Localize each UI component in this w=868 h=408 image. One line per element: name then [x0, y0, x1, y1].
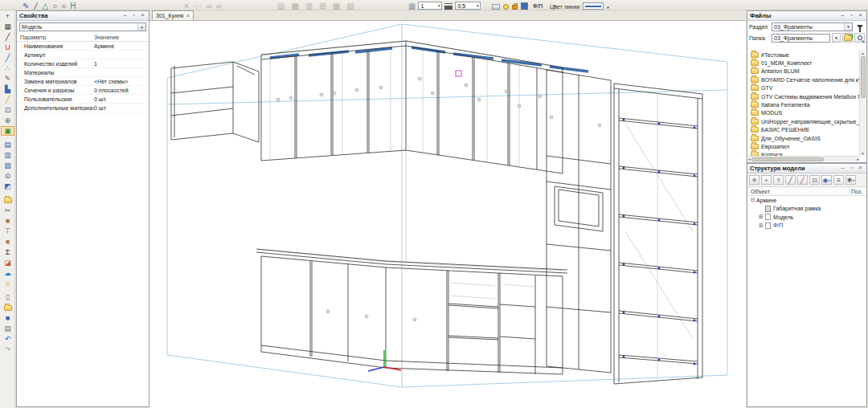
coordinate-axes-button[interactable]: + [1, 11, 14, 21]
zoom-step-combo[interactable]: 1 ▾ [418, 2, 442, 10]
circle-tool-icon[interactable]: ○ [52, 2, 57, 10]
line-tool-icon[interactable]: ╱ [33, 2, 38, 10]
filter-button[interactable] [854, 22, 865, 31]
assembly-button[interactable]: ▙ [1, 84, 14, 94]
scroll-right-icon[interactable]: ▸ [857, 157, 859, 161]
search-button[interactable] [854, 33, 865, 43]
texture-box-button[interactable]: ■ [1, 237, 14, 247]
expander-icon[interactable]: ⊞ [758, 222, 764, 229]
pencil-tool-icon[interactable]: ✎ [23, 2, 29, 10]
node-points-button[interactable]: ∴ [1, 63, 14, 73]
tree-list-button[interactable]: ≡ [833, 175, 844, 185]
tree-item[interactable]: ⊟Армине [747, 196, 866, 205]
cloud-view-button[interactable]: ☁ [1, 268, 14, 278]
window-arrange-button[interactable]: ◩ [1, 182, 14, 191]
line-weight-combo[interactable]: 0,5 ▾ [455, 2, 481, 10]
properties-panel-titlebar[interactable]: Свойства – ▫ × [17, 11, 149, 21]
mirror-icon[interactable]: ▤ [277, 2, 285, 10]
tree-item[interactable]: ⊞Ф/П [747, 222, 866, 231]
library-folder-button[interactable] [1, 195, 14, 205]
minimize-button[interactable]: – [839, 165, 846, 172]
property-row[interactable]: Артикул [17, 51, 149, 59]
close-button[interactable]: × [857, 12, 864, 19]
folder-item[interactable]: Для_Обучение_OASIS [748, 134, 859, 142]
delete-constraint-icon[interactable]: ✕ [183, 2, 190, 10]
dots-icon[interactable]: ⋯ [194, 2, 202, 10]
lightbulb-icon[interactable] [503, 4, 509, 10]
folder-item[interactable]: BOYARD Сетчатое наполнение для кухни 202… [748, 75, 859, 84]
edit-tool-button[interactable]: ✎ [1, 74, 14, 84]
maximize-button[interactable]: ▫ [848, 12, 855, 19]
save-button[interactable]: ■ [1, 313, 14, 323]
folder-item[interactable]: #Тестовые [748, 51, 859, 59]
scrollbar-thumb[interactable] [861, 56, 866, 98]
property-row[interactable]: Дополнительные материалы0 шт. [17, 104, 149, 112]
folder-item[interactable]: 01_MDM_Комплект [748, 59, 859, 67]
scroll-left-icon[interactable]: ◂ [748, 157, 751, 161]
property-row[interactable]: НаименованиеАрмине [17, 42, 149, 51]
section-combo[interactable]: 03_Фрагменты ▾ [772, 22, 853, 31]
files-horizontal-scrollbar[interactable]: ◂ ▸ [748, 156, 859, 161]
window-cascade-button[interactable]: ▤ [1, 140, 14, 149]
open-folder-button[interactable] [1, 303, 14, 312]
settings-button[interactable]: ✱▾ [845, 175, 856, 185]
scroll-up-icon[interactable]: ▴ [862, 51, 864, 55]
close-button[interactable]: × [139, 12, 146, 19]
ruler-button[interactable]: ╱ [1, 95, 14, 104]
files-vertical-scrollbar[interactable]: ▴ ▾ [859, 51, 866, 156]
minimize-button[interactable]: – [839, 12, 846, 19]
files-panel-titlebar[interactable]: Файлы – ▫ × [747, 11, 866, 21]
chevron-down-icon[interactable]: ▾ [137, 23, 145, 31]
folder-item[interactable]: Antarion BLUM [748, 67, 859, 75]
property-row[interactable]: Сечения и разрезы0 плоскостей [17, 86, 149, 95]
paste-special-icon[interactable]: ▧ [346, 2, 354, 10]
smiley-render-button[interactable]: ☺ [1, 279, 14, 288]
property-row[interactable]: Материалы [17, 68, 149, 77]
folder-item[interactable]: MODUS [748, 109, 859, 117]
grid-button[interactable]: ▦ [1, 22, 14, 31]
folder-up-button[interactable] [842, 33, 853, 43]
array-icon[interactable]: ▥ [305, 2, 313, 10]
magnet-snap-button[interactable]: U [1, 43, 14, 52]
folder-item[interactable]: БАЗИС РЕШЕНИЕ [748, 126, 859, 134]
tree-item[interactable]: Габаритная рамка [747, 205, 866, 214]
scissors-button[interactable]: ✂ [1, 206, 14, 215]
undo-button[interactable]: ↶ [1, 334, 14, 344]
grid-array-icon[interactable]: ▦ [333, 2, 340, 10]
edit-structure-button[interactable]: ✛ [749, 175, 760, 185]
lock-icon[interactable] [512, 5, 518, 10]
tab-close-icon[interactable]: × [186, 13, 190, 18]
column-tool-icon[interactable]: H [70, 2, 76, 10]
new-document-button[interactable]: ▯ [1, 292, 14, 302]
chain-link-icon[interactable]: ∞ [206, 2, 211, 10]
remove-line-button[interactable]: ╱ [797, 175, 808, 185]
scroll-down-icon[interactable]: ▾ [862, 151, 864, 156]
segment-button[interactable]: ╱ [1, 32, 14, 42]
group-icon[interactable]: ⊞ [319, 2, 326, 10]
expander-icon[interactable]: ⊟ [750, 197, 756, 203]
chevron-down-icon[interactable]: ▾ [436, 3, 440, 8]
line-button[interactable]: ╱ [1, 53, 14, 63]
folder-combo[interactable]: 03_Фрагменты [772, 34, 830, 43]
tree-item[interactable]: ⊞Модель [747, 213, 866, 222]
folder-item[interactable]: UniHopper_направляющие_скрытые_3D_Базис [748, 117, 859, 125]
chevron-down-icon[interactable]: ▾ [844, 23, 852, 31]
close-button[interactable]: × [857, 165, 864, 172]
polygon-tool-icon[interactable]: △ [42, 2, 48, 10]
ellipse-tool-icon[interactable]: ○ [61, 2, 66, 10]
align-icon[interactable]: ▩ [291, 2, 298, 10]
zoom-cursor-button[interactable]: ⊕ [1, 116, 14, 125]
expander-icon[interactable]: ⊞ [758, 214, 764, 220]
stamp-button[interactable]: ⊤ [1, 226, 14, 236]
query-element-button[interactable]: ? [773, 175, 784, 185]
fragment-edit-button[interactable]: ▣ [1, 126, 14, 136]
tab-301-kuhnya[interactable]: 301_Кухня × [152, 10, 194, 20]
sigma-sum-button[interactable]: Σ [1, 247, 14, 257]
render-images-button[interactable]: ◪ [1, 258, 14, 267]
minimize-button[interactable]: – [121, 12, 129, 19]
window-tile-button[interactable]: ▥ [1, 150, 14, 160]
scrollbar-thumb[interactable] [751, 157, 824, 161]
preview-button[interactable]: ⊡ [809, 175, 820, 185]
add-element-button[interactable]: + [761, 175, 772, 185]
line-color-picker[interactable] [583, 2, 604, 10]
